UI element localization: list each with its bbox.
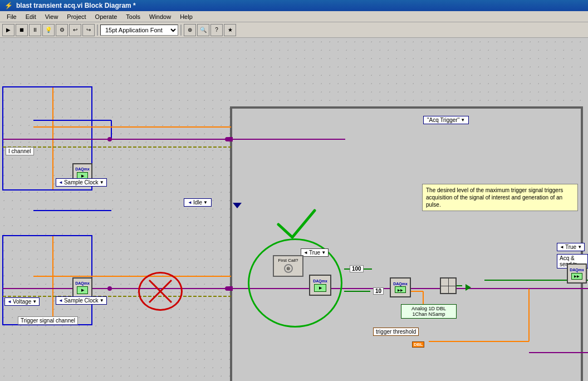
voltage-label[interactable]: ◄ Voltage ▼ (4, 297, 40, 306)
daqmx-right-node[interactable]: DAQmx ▶▶ (390, 277, 411, 297)
daqmx-node-2[interactable]: DAQmx ▶ (72, 277, 92, 297)
toolbar: ▶ ⏹ ⏸ 💡 ⚙ ↩ ↪ 15pt Application Font ⊕ 🔍 … (0, 22, 588, 38)
idle-arrow (233, 203, 242, 208)
run-button[interactable]: ▶ (2, 24, 14, 36)
pause-button[interactable]: ⏸ (29, 24, 41, 36)
toolbar-separator-1 (97, 25, 98, 36)
first-call-box[interactable]: First Call? ⊛ (273, 255, 303, 277)
red-circle-annotation (138, 272, 183, 311)
menu-file[interactable]: File (2, 12, 21, 21)
svg-point-26 (225, 286, 229, 291)
menu-help[interactable]: Help (175, 12, 197, 21)
first-call-label: First Call? (276, 258, 301, 263)
daqmx-inner-node[interactable]: DAQmx ▶ (309, 275, 331, 296)
menu-project[interactable]: Project (62, 12, 90, 21)
svg-rect-8 (228, 286, 233, 291)
green-check-annotation (273, 199, 317, 244)
highlight-button[interactable]: 💡 (42, 24, 55, 36)
number-10-badge: 10 (373, 287, 384, 295)
idle-box[interactable]: ◄ Idle ▼ (184, 198, 212, 207)
number-100-badge: 100 (350, 265, 364, 272)
canvas-area: I channel DAQmx ▶ ◄ Sample Clock ▼ ◄ Idl… (0, 38, 588, 381)
toolbar-separator-2 (180, 25, 182, 36)
zoom-button[interactable]: 🔍 (197, 24, 209, 36)
play-triangle[interactable] (465, 284, 471, 291)
svg-rect-1 (3, 236, 53, 325)
font-selector[interactable]: 15pt Application Font (100, 25, 178, 36)
analog-1d-dbl-block[interactable]: Analog 1D DBL 1Chan NSamp (401, 304, 457, 319)
dbl-badge: DBL (412, 341, 424, 348)
titlebar-icon: ⚡ (4, 2, 13, 9)
svg-point-23 (107, 137, 112, 141)
help-button[interactable]: ? (210, 24, 223, 36)
menu-view[interactable]: View (41, 12, 63, 21)
step-into-button[interactable]: ↩ (69, 24, 81, 36)
sample-clock-label-2[interactable]: ◄ Sample Clock ▼ (56, 296, 107, 305)
daqmx-far-right-node[interactable]: DAQmx ▶▶ (567, 263, 587, 284)
trigger-threshold-label: trigger threshold (373, 328, 419, 336)
titlebar-title: blast transient acq.vi Block Diagram * (16, 2, 136, 9)
acq-trigger-box[interactable]: "Acq Trigger" ▼ (423, 116, 469, 124)
menu-window[interactable]: Window (145, 12, 175, 21)
svg-rect-7 (228, 137, 233, 141)
channel-label: I channel (6, 147, 34, 155)
analog-label: Analog 1D DBL (404, 306, 454, 311)
menu-edit[interactable]: Edit (21, 12, 41, 21)
abort-button[interactable]: ⏹ (16, 24, 28, 36)
sample-clock-label-1[interactable]: ◄ Sample Clock ▼ (56, 178, 107, 187)
step-out-button[interactable]: ↪ (82, 24, 95, 36)
svg-point-24 (107, 286, 112, 291)
search-button[interactable]: ⊕ (184, 24, 196, 36)
menu-operate[interactable]: Operate (91, 12, 122, 21)
step-over-button[interactable]: ⚙ (56, 24, 68, 36)
menu-tools[interactable]: Tools (121, 12, 145, 21)
menubar: File Edit View Project Operate Tools Win… (0, 11, 588, 22)
right-true-box[interactable]: ◄ True ▼ (557, 243, 585, 251)
extra-button[interactable]: ★ (224, 24, 236, 36)
grid-icon (440, 277, 457, 294)
trigger-signal-label: Trigger signal channel (18, 316, 78, 325)
true-case-header[interactable]: ◄ True ▼ (301, 248, 329, 257)
svg-point-25 (225, 137, 229, 141)
titlebar: ⚡ blast transient acq.vi Block Diagram * (0, 0, 588, 11)
svg-rect-0 (3, 87, 53, 190)
tooltip-box: The desired level of the maximum trigger… (422, 184, 578, 211)
